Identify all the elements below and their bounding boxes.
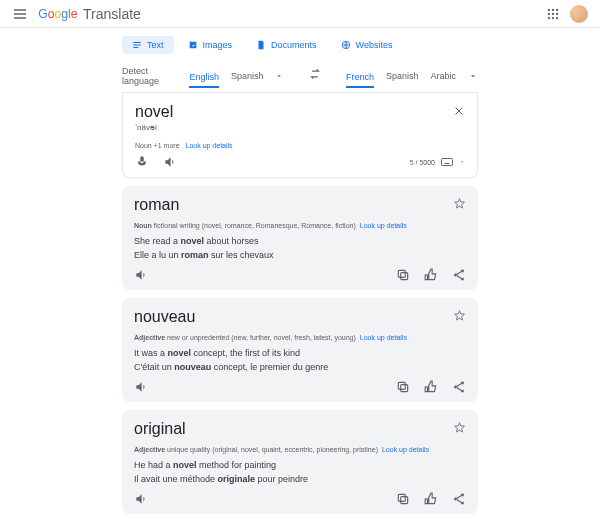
svg-point-2 — [552, 8, 554, 10]
topbar: Google Translate — [0, 0, 600, 28]
copy-icon[interactable] — [396, 380, 410, 394]
source-meta: Noun +1 more Look up details — [135, 142, 465, 149]
lang-detect[interactable]: Detect language — [122, 62, 177, 90]
svg-rect-12 — [445, 163, 450, 164]
char-count: 5 / 5000 — [410, 157, 465, 167]
share-icon[interactable] — [452, 380, 466, 394]
svg-text:Google: Google — [38, 7, 77, 21]
result-lookup-link[interactable]: Look up details — [360, 222, 407, 229]
mode-text[interactable]: Text — [122, 36, 174, 54]
rate-icon[interactable] — [424, 268, 438, 282]
result-word: roman — [134, 196, 466, 214]
result-meta: Noun fictional writing (novel, romance, … — [134, 222, 466, 229]
source-panel: novel ˈnävəl Noun +1 more Look up detail… — [122, 93, 478, 178]
result-toolbar — [134, 380, 466, 394]
app-name: Translate — [83, 6, 141, 22]
svg-rect-14 — [398, 270, 405, 277]
mode-text-label: Text — [147, 40, 164, 50]
lang-arabic[interactable]: Arabic — [430, 67, 456, 85]
mode-images[interactable]: Images — [178, 36, 243, 54]
source-meta-prefix: Noun +1 more — [135, 142, 180, 149]
svg-point-6 — [556, 12, 558, 14]
google-logo-icon: Google — [38, 7, 80, 21]
result-example: She read a novel about horsesElle a lu u… — [134, 235, 466, 262]
target-lang-group: French Spanish Arabic — [346, 67, 478, 85]
result-word: original — [134, 420, 466, 438]
svg-point-4 — [548, 12, 550, 14]
result-lookup-link[interactable]: Look up details — [382, 446, 429, 453]
result-word: nouveau — [134, 308, 466, 326]
result-example: It was a novel concept, the first of its… — [134, 347, 466, 374]
document-icon — [256, 40, 266, 50]
language-bar: Detect language English Spanish French S… — [122, 62, 478, 93]
speaker-icon[interactable] — [134, 380, 148, 394]
copy-icon[interactable] — [396, 268, 410, 282]
star-button[interactable] — [453, 420, 466, 438]
result-card: originalAdjective unique quality (origin… — [122, 410, 478, 514]
svg-rect-18 — [401, 385, 408, 392]
globe-icon — [341, 40, 351, 50]
source-phonetic: ˈnävəl — [135, 123, 465, 132]
svg-point-7 — [548, 16, 550, 18]
menu-icon[interactable] — [12, 6, 28, 22]
mode-websites-label: Websites — [356, 40, 393, 50]
lang-spanish-tgt[interactable]: Spanish — [386, 67, 419, 85]
source-lookup-link[interactable]: Look up details — [186, 142, 233, 149]
result-meta: Adjective unique quality (original, nove… — [134, 446, 466, 453]
svg-point-8 — [552, 16, 554, 18]
chevron-down-icon[interactable] — [275, 71, 283, 81]
svg-point-3 — [556, 8, 558, 10]
mode-websites[interactable]: Websites — [331, 36, 403, 54]
chevron-down-icon[interactable] — [468, 71, 478, 81]
svg-rect-19 — [398, 382, 405, 389]
keyboard-icon[interactable] — [441, 157, 453, 167]
svg-point-9 — [556, 16, 558, 18]
speaker-icon[interactable] — [134, 492, 148, 506]
lang-english[interactable]: English — [189, 68, 219, 88]
chevron-down-icon[interactable] — [459, 159, 465, 165]
avatar[interactable] — [570, 5, 588, 23]
text-icon — [132, 40, 142, 50]
mode-images-label: Images — [203, 40, 233, 50]
clear-button[interactable] — [453, 103, 465, 121]
svg-point-5 — [552, 12, 554, 14]
result-toolbar — [134, 492, 466, 506]
rate-icon[interactable] — [424, 380, 438, 394]
share-icon[interactable] — [452, 268, 466, 282]
source-lang-group: Detect language English Spanish — [122, 62, 284, 90]
result-card: romanNoun fictional writing (novel, roma… — [122, 186, 478, 290]
show-all-button[interactable]: Show all 4 translations — [122, 522, 478, 527]
star-button[interactable] — [453, 308, 466, 326]
speaker-icon[interactable] — [163, 155, 177, 169]
copy-icon[interactable] — [396, 492, 410, 506]
result-example: He had a novel method for paintingIl ava… — [134, 459, 466, 486]
mode-documents[interactable]: Documents — [246, 36, 327, 54]
result-toolbar — [134, 268, 466, 282]
svg-point-1 — [548, 8, 550, 10]
source-text[interactable]: novel — [135, 103, 465, 121]
speaker-icon[interactable] — [134, 268, 148, 282]
image-icon — [188, 40, 198, 50]
star-button[interactable] — [453, 196, 466, 214]
result-meta: Adjective new or unpredented (new, furth… — [134, 334, 466, 341]
apps-icon[interactable] — [546, 7, 560, 21]
mode-documents-label: Documents — [271, 40, 317, 50]
mode-tabs: Text Images Documents Websites — [122, 36, 478, 54]
svg-rect-11 — [442, 159, 453, 166]
mic-icon[interactable] — [135, 155, 149, 169]
lang-spanish-src[interactable]: Spanish — [231, 67, 264, 85]
svg-rect-23 — [401, 497, 408, 504]
logo[interactable]: Google Translate — [38, 6, 141, 22]
result-card: nouveauAdjective new or unpredented (new… — [122, 298, 478, 402]
rate-icon[interactable] — [424, 492, 438, 506]
result-lookup-link[interactable]: Look up details — [360, 334, 407, 341]
share-icon[interactable] — [452, 492, 466, 506]
swap-languages-button[interactable] — [308, 67, 322, 85]
svg-rect-24 — [398, 494, 405, 501]
lang-french[interactable]: French — [346, 68, 374, 88]
source-toolbar: 5 / 5000 — [135, 155, 465, 169]
svg-rect-13 — [401, 273, 408, 280]
